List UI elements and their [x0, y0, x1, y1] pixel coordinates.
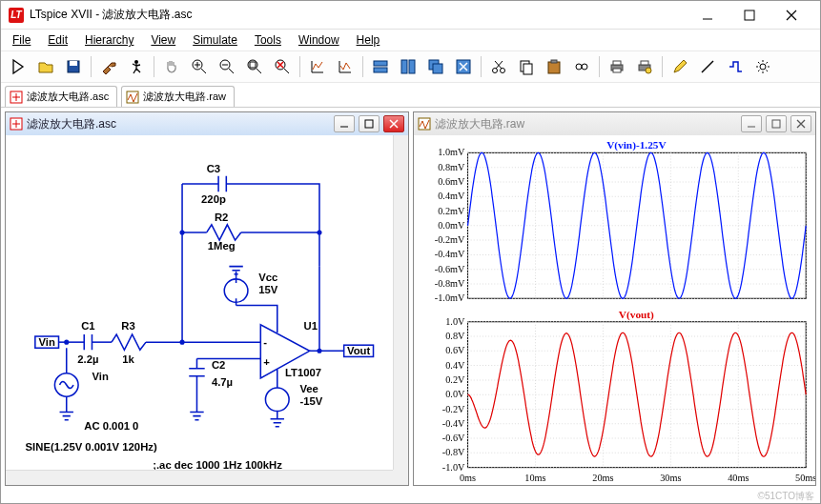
mdi-minimize-button[interactable] [334, 115, 355, 132]
u1-name-label: U1 [304, 320, 318, 332]
probe-wire-icon[interactable] [722, 54, 749, 79]
tile-vert-icon[interactable] [395, 54, 421, 79]
print-setup-icon[interactable] [631, 54, 658, 79]
menu-edit[interactable]: Edit [40, 31, 75, 49]
svg-text:30ms: 30ms [660, 473, 681, 483]
svg-text:0ms: 0ms [459, 473, 475, 483]
svg-text:0.8mV: 0.8mV [438, 162, 465, 172]
settings-gear-icon[interactable] [749, 54, 776, 79]
svg-text:0.4V: 0.4V [445, 360, 465, 371]
menu-simulate[interactable]: Simulate [185, 31, 245, 49]
vin-src-name-label: Vin [92, 371, 108, 382]
autorange-y-icon[interactable] [304, 54, 331, 79]
zoom-area-icon[interactable] [269, 54, 296, 79]
cut-icon[interactable] [485, 54, 512, 79]
mdi-close-button[interactable] [383, 115, 404, 132]
waveform-icon [418, 117, 431, 131]
svg-text:-0.6V: -0.6V [441, 433, 464, 443]
maximize-button[interactable] [729, 2, 770, 29]
r2-value-label: 1Meg [208, 240, 236, 252]
svg-text:20ms: 20ms [592, 473, 613, 483]
zoom-in-icon[interactable] [186, 54, 213, 79]
menu-file[interactable]: File [5, 31, 38, 49]
autorange-x-icon[interactable] [332, 54, 359, 79]
vertical-scrollbar[interactable] [393, 135, 408, 470]
mdi-maximize-button[interactable] [766, 115, 787, 132]
copy-icon[interactable] [513, 54, 540, 79]
close-window-icon[interactable] [450, 54, 477, 79]
svg-point-43 [317, 349, 321, 353]
svg-text:-0.6mV: -0.6mV [434, 264, 464, 274]
r2-name-label: R2 [215, 212, 228, 223]
svg-rect-25 [613, 61, 621, 65]
svg-rect-48 [772, 120, 780, 128]
c1-name-label: C1 [81, 320, 94, 332]
schematic-canvas[interactable]: C3 220p R2 1Meg Vcc 15V Vin [6, 135, 408, 485]
zoom-out-icon[interactable] [214, 54, 240, 79]
tile-horiz-icon[interactable] [367, 54, 394, 79]
mdi-titlebar[interactable]: 滤波放大电路.asc [6, 112, 408, 135]
r3-name-label: R3 [121, 320, 134, 332]
svg-rect-47 [419, 118, 430, 130]
mdi-maximize-button[interactable] [359, 115, 380, 132]
tab-schematic[interactable]: 滤波放大电路.asc [5, 86, 117, 107]
mdi-title-text: 滤波放大电路.raw [435, 116, 525, 132]
vee-name-label: Vee [299, 383, 318, 394]
c3-value-label: 220p [201, 193, 226, 205]
schematic-icon [10, 117, 23, 131]
cascade-icon[interactable] [422, 54, 449, 79]
print-icon[interactable] [604, 54, 630, 79]
svg-rect-9 [374, 61, 387, 66]
hammer-icon[interactable] [95, 54, 122, 79]
find-icon[interactable] [568, 54, 595, 79]
waveform-canvas[interactable]: V(vin)-1.25V 1.0mV0.8mV0.6mV0.4mV0.2mV0.… [414, 135, 816, 485]
open-icon[interactable] [32, 54, 59, 79]
bot-plot-title: V(vout) [618, 309, 653, 321]
svg-text:-1.0mV: -1.0mV [434, 292, 464, 303]
pencil-icon[interactable] [667, 54, 693, 79]
vcc-value-label: 15V [258, 284, 278, 295]
paste-icon[interactable] [541, 54, 567, 79]
svg-point-17 [501, 69, 505, 73]
window-titlebar: LT LTspice XVII - 滤波放大电路.asc [1, 1, 820, 30]
mdi-close-button[interactable] [790, 115, 811, 132]
mdi-title-text: 滤波放大电路.asc [27, 116, 116, 132]
toolbar-separator [481, 56, 482, 77]
menu-help[interactable]: Help [349, 31, 388, 49]
svg-text:0.8V: 0.8V [445, 331, 465, 341]
probe-line-icon[interactable] [694, 54, 721, 79]
r3-value-label: 1k [122, 353, 134, 365]
svg-rect-20 [548, 62, 560, 73]
c2-name-label: C2 [212, 359, 225, 371]
vin-net-label: Vin [38, 336, 54, 348]
run-icon[interactable] [5, 54, 31, 79]
svg-text:-: - [263, 336, 267, 348]
toolbar-separator [91, 56, 92, 77]
toolbar-separator [662, 56, 663, 77]
c2-value-label: 4.7µ [212, 376, 233, 388]
svg-rect-21 [551, 60, 557, 63]
close-button[interactable] [770, 2, 812, 29]
menu-view[interactable]: View [143, 31, 183, 49]
menu-hierarchy[interactable]: Hierarchy [77, 31, 141, 49]
mdi-minimize-button[interactable] [741, 115, 762, 132]
horizontal-scrollbar[interactable] [6, 470, 393, 485]
svg-rect-14 [433, 64, 442, 73]
pan-hand-icon[interactable] [158, 54, 185, 79]
mdi-waveform-window: 滤波放大电路.raw V(vin)-1.25V 1.0mV0.8mV0.6mV0… [413, 111, 817, 486]
minimize-button[interactable] [687, 2, 729, 29]
tab-raw[interactable]: 滤波放大电路.raw [121, 86, 235, 107]
svg-rect-34 [365, 120, 373, 128]
mdi-titlebar[interactable]: 滤波放大电路.raw [414, 112, 816, 135]
zoom-fit-icon[interactable] [241, 54, 268, 79]
menu-tools[interactable]: Tools [247, 31, 289, 49]
scroll-corner [393, 470, 408, 485]
menu-window[interactable]: Window [291, 31, 347, 49]
run-man-icon[interactable] [123, 54, 150, 79]
c1-value-label: 2.2µ [77, 353, 98, 365]
document-tab-bar: 滤波放大电路.asc 滤波放大电路.raw [1, 83, 820, 108]
svg-text:-0.4V: -0.4V [441, 418, 464, 429]
save-icon[interactable] [60, 54, 87, 79]
svg-text:0.6V: 0.6V [445, 345, 465, 355]
svg-rect-12 [409, 60, 415, 73]
